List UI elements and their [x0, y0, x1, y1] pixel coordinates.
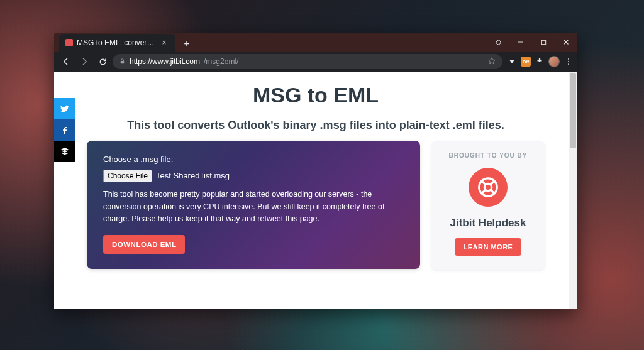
- extension-pocket-icon[interactable]: [507, 57, 517, 67]
- lifebuoy-icon: [469, 168, 508, 207]
- social-share-rail: [54, 98, 75, 162]
- svg-point-9: [479, 178, 497, 196]
- download-eml-button[interactable]: DOWNLOAD EML: [103, 235, 185, 254]
- page-viewport: MSG to EML This tool converts Outlook's …: [54, 72, 577, 309]
- svg-line-11: [482, 181, 485, 184]
- window-minimize-icon[interactable]: [509, 33, 532, 52]
- svg-rect-5: [121, 61, 125, 63]
- panel-note: This tool has become pretty popular and …: [103, 189, 404, 225]
- svg-rect-2: [541, 40, 545, 44]
- new-tab-button[interactable]: +: [180, 36, 194, 50]
- promo-heading: BROUGHT TO YOU BY: [439, 152, 537, 159]
- file-picker-row: Choose File Test Shared list.msg: [103, 170, 404, 182]
- browser-addressbar: https://www.jitbit.com/msg2eml/ Off: [54, 52, 577, 72]
- promo-card: BROUGHT TO YOU BY Jitbit Helpdesk LEARN …: [431, 141, 545, 270]
- share-buffer-button[interactable]: [54, 141, 75, 162]
- share-facebook-button[interactable]: [54, 119, 75, 141]
- url-input[interactable]: https://www.jitbit.com/msg2eml/: [113, 54, 502, 69]
- nav-reload-icon[interactable]: [94, 53, 111, 70]
- content-row: Choose a .msg file: Choose File Test Sha…: [87, 141, 545, 270]
- window-maximize-icon[interactable]: [532, 33, 555, 52]
- desktop-wallpaper: MSG to EML: convert Outlook .m… × +: [0, 0, 644, 350]
- browser-tab[interactable]: MSG to EML: convert Outlook .m… ×: [59, 34, 175, 52]
- extension-off-icon[interactable]: Off: [521, 57, 531, 67]
- window-close-icon[interactable]: [555, 33, 577, 52]
- scrollbar-thumb[interactable]: [570, 73, 576, 148]
- nav-back-icon[interactable]: [58, 53, 74, 70]
- browser-window: MSG to EML: convert Outlook .m… × +: [54, 33, 577, 309]
- svg-line-13: [482, 190, 485, 194]
- svg-point-7: [568, 61, 569, 62]
- account-indicator-icon[interactable]: [487, 33, 509, 52]
- window-controls: [487, 33, 577, 52]
- promo-brand: Jitbit Helpdesk: [439, 217, 537, 229]
- tab-close-icon[interactable]: ×: [159, 38, 169, 47]
- svg-point-8: [568, 63, 569, 65]
- svg-line-12: [491, 181, 494, 184]
- tab-favicon-icon: [65, 39, 73, 46]
- lock-icon: [119, 58, 126, 66]
- choose-file-label: Choose a .msg file:: [103, 153, 404, 166]
- page-subtitle: This tool converts Outlook's binary .msg…: [87, 119, 545, 132]
- page-content: MSG to EML This tool converts Outlook's …: [54, 72, 577, 270]
- url-host: https://www.jitbit.com: [130, 57, 200, 66]
- learn-more-button[interactable]: LEARN MORE: [455, 238, 522, 256]
- chosen-file-name: Test Shared list.msg: [156, 170, 230, 182]
- extension-icons: Off: [507, 56, 574, 67]
- share-twitter-button[interactable]: [54, 98, 75, 119]
- browser-menu-icon[interactable]: [564, 57, 574, 67]
- page-title: MSG to EML: [87, 83, 545, 107]
- extensions-puzzle-icon[interactable]: [535, 57, 545, 67]
- scrollbar-track[interactable]: [569, 72, 577, 309]
- browser-titlebar: MSG to EML: convert Outlook .m… × +: [54, 33, 577, 52]
- converter-panel: Choose a .msg file: Choose File Test Sha…: [87, 141, 420, 269]
- nav-forward-icon[interactable]: [76, 53, 92, 70]
- svg-point-10: [484, 183, 491, 190]
- svg-point-6: [568, 58, 569, 60]
- svg-line-14: [491, 190, 494, 194]
- url-path: /msg2eml/: [204, 57, 238, 66]
- svg-point-0: [496, 40, 501, 45]
- choose-file-button[interactable]: Choose File: [103, 170, 152, 182]
- profile-avatar-icon[interactable]: [548, 56, 560, 67]
- bookmark-star-icon[interactable]: [487, 57, 496, 67]
- tab-title: MSG to EML: convert Outlook .m…: [77, 38, 155, 47]
